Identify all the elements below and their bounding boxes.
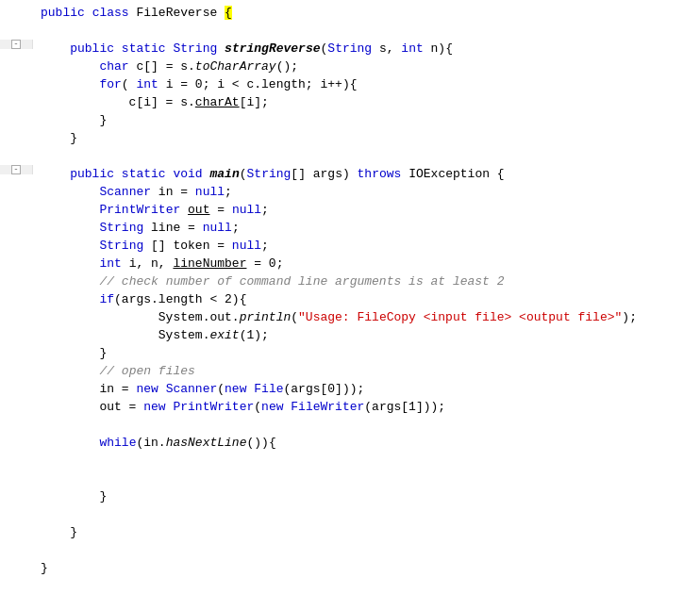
code-lines: public class FileReverse { - public stat… (0, 0, 700, 581)
gutter-10[interactable]: - (0, 165, 33, 174)
line-30-content: } (33, 523, 700, 541)
line-11-content: Scanner in = null; (33, 183, 700, 201)
line-23: out = new PrintWriter(new FileWriter(arg… (0, 398, 700, 416)
line-18-content: System.out.println("Usage: FileCopy <inp… (33, 308, 700, 326)
line-28-content: } (33, 487, 700, 505)
line-28: } (0, 487, 700, 505)
line-6-content: c[i] = s.charAt[i]; (33, 93, 700, 111)
line-31-content (33, 541, 700, 559)
line-24 (0, 416, 700, 434)
line-4: char c[] = s.toCharArray(); (0, 58, 700, 75)
line-4-content: char c[] = s.toCharArray(); (33, 58, 700, 75)
line-9 (0, 147, 700, 165)
line-25: while(in.hasNextLine()){ (0, 434, 700, 452)
line-11: Scanner in = null; (0, 183, 700, 201)
line-31 (0, 541, 700, 559)
line-27-content (33, 470, 700, 487)
line-13-content: String line = null; (33, 219, 700, 237)
line-5-content: for( int i = 0; i < c.length; i++){ (33, 75, 700, 93)
line-18: System.out.println("Usage: FileCopy <inp… (0, 308, 700, 326)
line-27 (0, 470, 700, 487)
line-30: } (0, 523, 700, 541)
line-6: c[i] = s.charAt[i]; (0, 93, 700, 111)
line-20: } (0, 344, 700, 362)
line-12: PrintWriter out = null; (0, 201, 700, 219)
line-14-content: String [] token = null; (33, 237, 700, 255)
line-14: String [] token = null; (0, 237, 700, 255)
line-21-content: // open files (33, 362, 700, 380)
line-1-content: public class FileReverse { (33, 4, 700, 22)
line-7: } (0, 111, 700, 129)
line-8-content: } (33, 129, 700, 147)
line-12-content: PrintWriter out = null; (33, 201, 700, 219)
line-16: // check number of command line argument… (0, 272, 700, 290)
line-22: in = new Scanner(new File(args[0])); (0, 380, 700, 398)
line-29 (0, 505, 700, 523)
line-9-content (33, 147, 700, 165)
line-16-content: // check number of command line argument… (33, 272, 700, 290)
fold-icon-10[interactable]: - (11, 165, 21, 174)
line-7-content: } (33, 111, 700, 129)
line-26 (0, 452, 700, 470)
line-5: for( int i = 0; i < c.length; i++){ (0, 75, 700, 93)
line-15-content: int i, n, lineNumber = 0; (33, 255, 700, 272)
line-19-content: System.exit(1); (33, 326, 700, 344)
line-10: - public static void main(String[] args)… (0, 165, 700, 183)
line-21: // open files (0, 362, 700, 380)
line-29-content (33, 505, 700, 523)
line-17-content: if(args.length < 2){ (33, 290, 700, 308)
line-15: int i, n, lineNumber = 0; (0, 255, 700, 272)
line-2 (0, 22, 700, 40)
fold-icon-3[interactable]: - (11, 40, 21, 49)
line-32: } (0, 559, 700, 577)
line-23-content: out = new PrintWriter(new FileWriter(arg… (33, 398, 700, 416)
line-32-content: } (33, 559, 700, 577)
line-8: } (0, 129, 700, 147)
line-3-content: public static String stringReverse(Strin… (33, 40, 700, 58)
code-editor[interactable]: public class FileReverse { - public stat… (0, 0, 700, 611)
line-13: String line = null; (0, 219, 700, 237)
line-26-content (33, 452, 700, 470)
line-22-content: in = new Scanner(new File(args[0])); (33, 380, 700, 398)
line-1: public class FileReverse { (0, 4, 700, 22)
line-3: - public static String stringReverse(Str… (0, 40, 700, 58)
line-2-content (33, 22, 700, 40)
line-17: if(args.length < 2){ (0, 290, 700, 308)
line-24-content (33, 416, 700, 434)
line-19: System.exit(1); (0, 326, 700, 344)
gutter-3[interactable]: - (0, 40, 33, 49)
line-20-content: } (33, 344, 700, 362)
line-10-content: public static void main(String[] args) t… (33, 165, 700, 183)
line-25-content: while(in.hasNextLine()){ (33, 434, 700, 452)
